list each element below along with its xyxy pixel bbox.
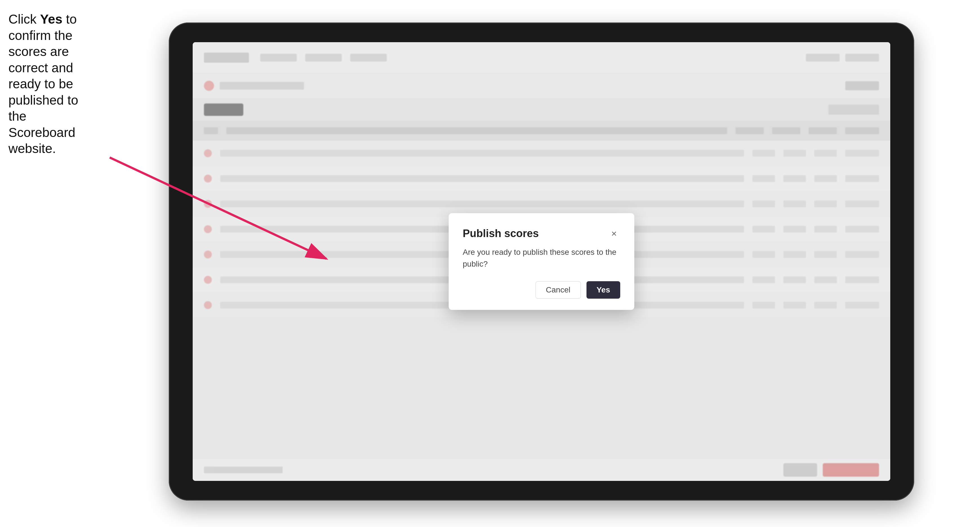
publish-scores-modal: Publish scores × Are you ready to publis… xyxy=(449,213,634,310)
modal-title: Publish scores xyxy=(463,227,539,240)
app-background: Publish scores × Are you ready to publis… xyxy=(192,42,890,481)
yes-bold: Yes xyxy=(40,12,62,27)
modal-header: Publish scores × xyxy=(463,227,620,240)
modal-footer: Cancel Yes xyxy=(463,281,620,298)
yes-button[interactable]: Yes xyxy=(587,281,620,298)
cancel-button[interactable]: Cancel xyxy=(536,281,581,298)
tablet-screen: Publish scores × Are you ready to publis… xyxy=(192,42,890,481)
modal-close-button[interactable]: × xyxy=(608,227,620,240)
modal-body-text: Are you ready to publish these scores to… xyxy=(463,246,620,270)
modal-overlay: Publish scores × Are you ready to publis… xyxy=(192,42,890,481)
tablet-device: Publish scores × Are you ready to publis… xyxy=(169,22,914,500)
instruction-text: Click Yes to confirm the scores are corr… xyxy=(8,11,90,157)
